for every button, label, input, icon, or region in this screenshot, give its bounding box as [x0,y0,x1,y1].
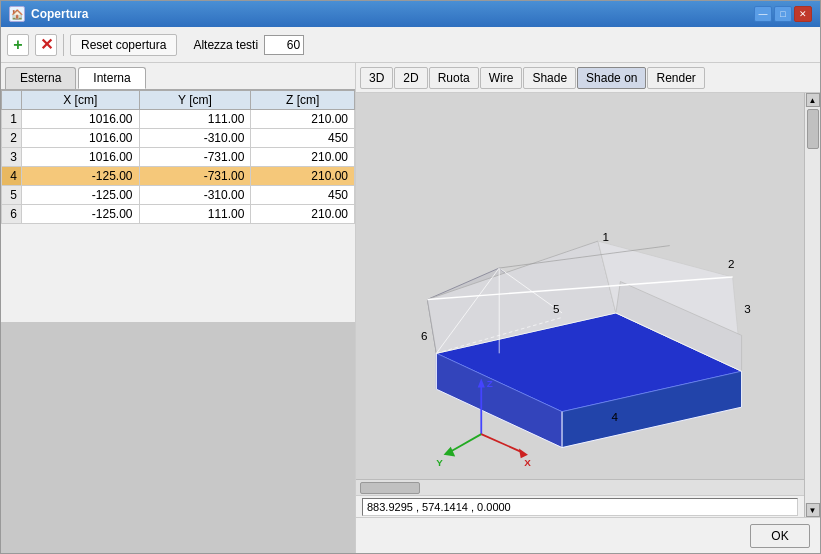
row-z: 450 [251,129,355,148]
right-section: 3D 2D Ruota Wire Shade Shade on Render [356,63,820,553]
main-toolbar: + ✕ Reset copertura Altezza testi [1,27,820,63]
separator [63,34,64,56]
table-row[interactable]: 2 1016.00 -310.00 450 [2,129,355,148]
table-row[interactable]: 3 1016.00 -731.00 210.00 [2,148,355,167]
row-z: 210.00 [251,148,355,167]
minimize-button[interactable]: — [754,6,772,22]
row-id: 4 [2,167,22,186]
status-bar: 883.9295 , 574.1414 , 0.0000 [356,495,804,517]
view-wire-button[interactable]: Wire [480,67,523,89]
altezza-label: Altezza testi [193,38,258,52]
h-scrollbar-thumb[interactable] [360,482,420,494]
viewport-main: 1 2 3 4 5 6 Z [356,93,804,517]
view-ruota-button[interactable]: Ruota [429,67,479,89]
title-bar: 🏠 Copertura — □ ✕ [1,1,820,27]
svg-text:4: 4 [611,410,618,423]
data-table-container: X [cm] Y [cm] Z [cm] 1 1016.00 111.00 21… [1,90,355,322]
horizontal-scrollbar[interactable] [356,479,804,495]
row-x: -125.00 [22,186,140,205]
window-title: Copertura [31,7,88,21]
view-render-button[interactable]: Render [647,67,704,89]
view-2d-button[interactable]: 2D [394,67,427,89]
v-scrollbar-track [805,107,820,503]
view-3d-button[interactable]: 3D [360,67,393,89]
title-controls: — □ ✕ [754,6,812,22]
reset-button[interactable]: Reset copertura [70,34,177,56]
row-x: -125.00 [22,167,140,186]
row-x: 1016.00 [22,148,140,167]
row-id: 1 [2,110,22,129]
col-header-id [2,91,22,110]
table-row[interactable]: 4 -125.00 -731.00 210.00 [2,167,355,186]
svg-text:6: 6 [421,329,427,342]
maximize-button[interactable]: □ [774,6,792,22]
tab-interna[interactable]: Interna [78,67,145,89]
close-button[interactable]: ✕ [794,6,812,22]
table-row[interactable]: 1 1016.00 111.00 210.00 [2,110,355,129]
row-z: 210.00 [251,167,355,186]
footer: OK [356,517,820,553]
svg-text:1: 1 [602,230,608,243]
col-header-x: X [cm] [22,91,140,110]
v-scroll-down-button[interactable]: ▼ [806,503,820,517]
3d-canvas: 1 2 3 4 5 6 Z [356,93,804,479]
row-z: 450 [251,186,355,205]
col-header-z: Z [cm] [251,91,355,110]
main-window: 🏠 Copertura — □ ✕ + ✕ Reset copertura Al… [0,0,821,554]
row-y: -731.00 [139,148,251,167]
svg-text:X: X [524,457,531,468]
add-button[interactable]: + [7,34,29,56]
view-toolbar: 3D 2D Ruota Wire Shade Shade on Render [356,63,820,93]
table-row[interactable]: 5 -125.00 -310.00 450 [2,186,355,205]
altezza-input[interactable] [264,35,304,55]
row-y: -310.00 [139,186,251,205]
left-panel: Esterna Interna X [cm] Y [cm] Z [cm] [1,63,356,553]
vertical-scrollbar[interactable]: ▲ ▼ [804,93,820,517]
3d-viewport[interactable]: 1 2 3 4 5 6 Z [356,93,804,479]
window-icon: 🏠 [9,6,25,22]
tabs-row: Esterna Interna [1,63,355,90]
row-z: 210.00 [251,205,355,224]
v-scroll-up-button[interactable]: ▲ [806,93,820,107]
table-empty-area [1,322,355,554]
svg-text:Y: Y [436,457,443,468]
table-row[interactable]: 6 -125.00 111.00 210.00 [2,205,355,224]
v-scrollbar-thumb[interactable] [807,109,819,149]
row-x: 1016.00 [22,110,140,129]
view-shade-button[interactable]: Shade [523,67,576,89]
view-shade-on-button[interactable]: Shade on [577,67,646,89]
ok-button[interactable]: OK [750,524,810,548]
row-y: 111.00 [139,205,251,224]
title-bar-left: 🏠 Copertura [9,6,88,22]
viewport-area: 1 2 3 4 5 6 Z [356,93,820,517]
row-y: -310.00 [139,129,251,148]
row-id: 2 [2,129,22,148]
row-x: 1016.00 [22,129,140,148]
data-table: X [cm] Y [cm] Z [cm] 1 1016.00 111.00 21… [1,90,355,224]
delete-button[interactable]: ✕ [35,34,57,56]
svg-text:2: 2 [728,257,734,270]
row-x: -125.00 [22,205,140,224]
svg-text:Z: Z [487,378,493,389]
table-header-row: X [cm] Y [cm] Z [cm] [2,91,355,110]
row-y: -731.00 [139,167,251,186]
status-coords: 883.9295 , 574.1414 , 0.0000 [362,498,798,516]
main-content: Esterna Interna X [cm] Y [cm] Z [cm] [1,63,820,553]
row-id: 6 [2,205,22,224]
svg-text:5: 5 [553,302,559,315]
tab-esterna[interactable]: Esterna [5,67,76,89]
row-y: 111.00 [139,110,251,129]
row-z: 210.00 [251,110,355,129]
svg-text:3: 3 [744,302,750,315]
row-id: 3 [2,148,22,167]
row-id: 5 [2,186,22,205]
col-header-y: Y [cm] [139,91,251,110]
